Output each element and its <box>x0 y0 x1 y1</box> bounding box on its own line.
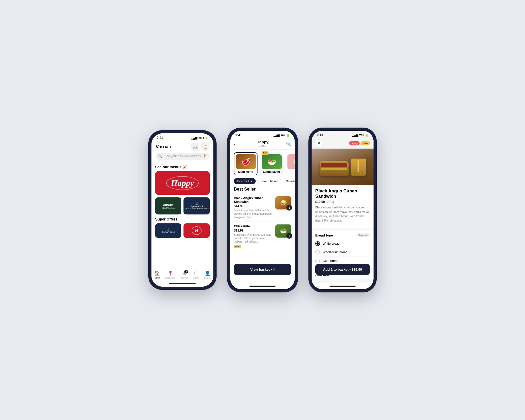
menu-categories: 🥩 Main Menu New 🥗 Latino Menu <box>230 150 295 178</box>
nav-offers-label: Offers <box>193 276 199 279</box>
item2-info: Chickenita $11.99 Salad with oven baked … <box>234 224 273 248</box>
item2-price: $11.99 <box>234 229 273 232</box>
filter-lunch[interactable]: Lunch Menu <box>257 178 281 184</box>
happy-logo: Happy <box>166 176 198 190</box>
search-bar-1[interactable]: 🔍 Find your delivery address 📍 <box>156 153 209 160</box>
restaurant-sub-text: Varna <box>234 144 291 147</box>
spicy-badge: Spicy <box>349 141 360 145</box>
bestseller-section: Best Seller Black Angus Cuban Sandwich $… <box>230 187 295 251</box>
location-text: Varna <box>156 144 169 150</box>
menu-cat-main[interactable]: 🥩 Main Menu <box>234 152 258 175</box>
signal-2: ▂▄▆ <box>274 134 280 137</box>
burrata-card[interactable]: Burrata RISTORANTE <box>155 197 181 214</box>
item1-name: Black Angus Cuban Sandwich <box>234 196 273 204</box>
location-pin-icon: 📍 <box>203 154 207 158</box>
home-indicator-2 <box>230 283 295 289</box>
nav-basket[interactable]: 🛍 2 Basket <box>181 270 188 279</box>
latino-menu-label: Latino Menu <box>262 170 281 173</box>
search-button-2[interactable]: 🔍 <box>286 141 291 146</box>
bestseller-title: Best Seller <box>234 187 291 192</box>
bike-icon[interactable]: 🚲 <box>191 143 199 151</box>
item-detail-header: ✕ Spicy New <box>312 138 374 149</box>
restaurant-grid: Burrata RISTORANTE ⚓ Captain Cook FISH &… <box>155 197 210 214</box>
item-price-weight: $19.99 280g <box>315 200 370 204</box>
item2-name: Chickenita <box>234 224 273 228</box>
white-bread-label: White bread <box>323 242 340 245</box>
signal-3: ▂▄▆ <box>352 134 358 137</box>
bread-option-wholegrain[interactable]: Wholegrain bread <box>315 248 370 257</box>
home-icon: 🏠 <box>154 270 160 276</box>
captain-cook-logo: ⚓ Captain Cook FISH & BEST RESTAURANT <box>185 202 208 210</box>
filter-salads[interactable]: Salads <box>283 178 295 184</box>
view-basket-button[interactable]: View basket • 4 <box>234 264 291 275</box>
header-icons: 🚲 📋 <box>191 143 209 151</box>
bottom-nav: 🏠 Home 📍 Locations 🛍 2 Basket <box>151 268 213 280</box>
wifi-2: WiF <box>281 134 285 137</box>
battery-2: 🔋 <box>286 134 290 137</box>
time-3: 9:41 <box>317 133 323 137</box>
menu-item-1[interactable]: Black Angus Cuban Sandwich $14.99 Black … <box>234 194 291 222</box>
filter-tabs: Best Seller Lunch Menu Salads Starte... <box>230 178 295 187</box>
restaurant-name-display: Happy Varna <box>234 140 291 147</box>
item1-desc: Black Angus beef with cheddar, stewed on… <box>234 209 273 219</box>
filter-bestseller[interactable]: Best Seller <box>234 178 256 184</box>
item2-desc: Salad with oven baked aromatic pulled ch… <box>234 233 273 243</box>
item1-price: $14.99 <box>234 204 273 208</box>
basket-badge: 2 <box>184 270 188 274</box>
status-bar-3: 9:41 ▂▄▆ WiF 🔋 <box>312 131 374 138</box>
radio-wholegrain-bread[interactable] <box>315 250 320 255</box>
wifi-3: WiF <box>359 134 364 137</box>
item2-add-button[interactable]: + <box>286 233 292 239</box>
offer-happy-card[interactable]: H <box>183 223 210 238</box>
menu-cat-extra[interactable]: 🌮 <box>285 152 295 175</box>
item-detail-body: Black Angus Cuban Sandwich $19.99 280g B… <box>312 185 374 228</box>
nav-profile-label: Profile <box>204 277 211 279</box>
main-menu-img: 🥩 <box>236 154 256 169</box>
home-indicator-3 <box>312 283 374 289</box>
burrata-logo: Burrata RISTORANTE <box>162 203 175 209</box>
nav-home[interactable]: 🏠 Home <box>154 270 160 279</box>
radio-corn-bread[interactable] <box>315 259 320 263</box>
item-price: $19.99 <box>315 200 325 204</box>
offer-happy-logo: H <box>192 226 202 235</box>
bread-option-white[interactable]: White bread <box>315 239 370 248</box>
item-badges: Spicy New <box>349 141 370 145</box>
radio-white-bread[interactable] <box>315 241 320 246</box>
location-name[interactable]: Varna ▾ <box>156 144 171 150</box>
nav-profile[interactable]: 👤 Profile <box>204 270 211 279</box>
wifi-icon-1: WiFi <box>198 136 204 139</box>
offers-icon: 🏷 <box>193 270 198 276</box>
qr-icon[interactable]: 📋 <box>201 143 209 151</box>
item2-new-tag: New <box>234 245 241 248</box>
main-menu-label: Main Menu <box>236 170 255 173</box>
item1-counter[interactable]: 1 <box>286 205 292 211</box>
phone3: 9:41 ▂▄▆ WiF 🔋 ✕ Spicy New <box>308 128 377 292</box>
item-weight: 280g <box>327 200 334 204</box>
phone1: 9:41 ▂▄▆ WiFi 🔋 Varna ▾ <box>148 130 217 290</box>
add-to-basket-button[interactable]: Add 1 to basket • $19.99 <box>315 264 370 275</box>
offers-row: ⚓ Captain Cook H <box>155 223 210 238</box>
corn-bread-label: Corn bread <box>323 259 338 263</box>
bread-type-title: Bread type <box>315 233 333 237</box>
location-row: Varna ▾ 🚲 📋 <box>156 143 209 151</box>
status-icons-3: ▂▄▆ WiF 🔋 <box>352 134 368 137</box>
extra-menu-img: 🌮 <box>287 154 295 169</box>
status-bar-2: 9:41 ▂▄▆ WiF 🔋 <box>230 131 295 138</box>
battery-3: 🔋 <box>365 134 368 137</box>
close-button[interactable]: ✕ <box>315 140 323 147</box>
back-button[interactable]: ‹ <box>234 141 235 146</box>
item-hero-image <box>312 149 374 185</box>
happy-banner[interactable]: Happy <box>155 171 210 195</box>
time-2: 9:41 <box>235 133 242 137</box>
captain-cook-card[interactable]: ⚓ Captain Cook FISH & BEST RESTAURANT <box>183 197 210 214</box>
menu-cat-latino[interactable]: New 🥗 Latino Menu <box>260 152 283 175</box>
nav-home-label: Home <box>154 277 160 279</box>
nav-offers[interactable]: 🏷 Offers <box>193 270 199 279</box>
status-bar-1: 9:41 ▂▄▆ WiFi 🔋 <box>151 133 213 141</box>
offer-captain-card[interactable]: ⚓ Captain Cook <box>155 223 181 238</box>
phone2: 9:41 ▂▄▆ WiF 🔋 ‹ Happy Varna <box>227 128 298 292</box>
menu-item-2[interactable]: Chickenita $11.99 Salad with oven baked … <box>234 222 291 251</box>
nav-locations[interactable]: 📍 Locations <box>165 270 176 279</box>
super-offers-title: Super Offers <box>155 217 210 221</box>
nav-basket-label: Basket <box>181 276 188 279</box>
